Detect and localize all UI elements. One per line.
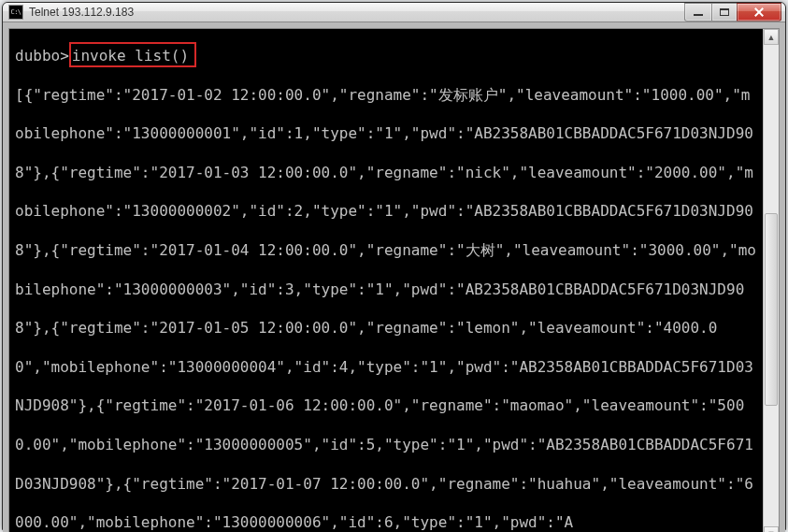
prompt: dubbo> [15, 47, 69, 65]
minimize-icon [694, 14, 703, 16]
titlebar[interactable]: C:\ Telnet 193.112.9.183 [3, 3, 785, 22]
output-text: [{"regtime":"2017-01-02 12:00:00.0","reg… [15, 86, 756, 532]
maximize-button[interactable] [711, 3, 738, 22]
window-controls [685, 3, 781, 22]
window-title: Telnet 193.112.9.183 [29, 6, 685, 19]
client-area: dubbo>invoke list() [{"regtime":"2017-01… [3, 22, 785, 532]
terminal-output[interactable]: dubbo>invoke list() [{"regtime":"2017-01… [9, 29, 763, 532]
cmd-icon: C:\ [8, 5, 23, 20]
close-icon [753, 7, 765, 18]
telnet-window: C:\ Telnet 193.112.9.183 dubbo>invoke li… [2, 2, 786, 530]
vertical-scrollbar[interactable]: ▲ ▼ [763, 29, 779, 532]
terminal-frame: dubbo>invoke list() [{"regtime":"2017-01… [8, 28, 780, 532]
scroll-up-button[interactable]: ▲ [764, 29, 779, 45]
scroll-track[interactable] [764, 45, 779, 526]
scroll-thumb[interactable] [765, 213, 778, 406]
maximize-icon [720, 8, 729, 16]
scroll-down-button[interactable]: ▼ [764, 526, 779, 532]
minimize-button[interactable] [684, 3, 712, 22]
command-highlight: invoke list() [69, 42, 196, 67]
close-button[interactable] [737, 3, 781, 22]
